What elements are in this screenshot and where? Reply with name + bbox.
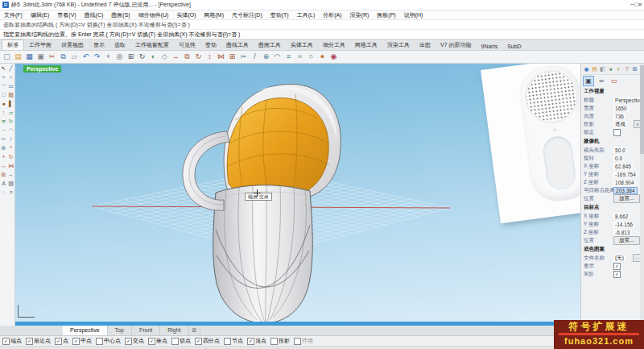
menu-item-9[interactable]: 变动(T) bbox=[266, 11, 293, 19]
move-icon[interactable]: ↔ bbox=[171, 52, 181, 62]
toolbar-tab-new-in-v7[interactable]: V7 的新功能 bbox=[436, 40, 477, 50]
trim-icon[interactable]: ✂ bbox=[238, 52, 249, 62]
osnap-end[interactable]: ✓端点 bbox=[2, 337, 22, 345]
command-prompt-line[interactable]: 指定要抽离结构线的位置。按 Enter 完成 ( 方向(D)=V 切换(T) 全… bbox=[0, 30, 644, 39]
toolbar-tab-visibility[interactable]: 可见性 bbox=[174, 40, 200, 50]
osnap-end-checkbox[interactable]: ✓ bbox=[2, 338, 10, 345]
print-icon[interactable]: ▣ bbox=[35, 52, 46, 62]
join-tool-icon[interactable]: ⊕ bbox=[0, 143, 7, 152]
toolbar-tab-transform[interactable]: 变动 bbox=[200, 40, 221, 50]
environment-tab-icon[interactable]: ⊞ bbox=[631, 65, 638, 73]
offset-icon[interactable]: ≡ bbox=[283, 52, 294, 62]
rectangle-tool-icon[interactable]: ▭ bbox=[7, 81, 14, 90]
toolbar-tab-render-tools[interactable]: 渲染工具 bbox=[382, 40, 415, 50]
sweep-tool-icon[interactable]: ~ bbox=[0, 126, 7, 135]
clipping-plane-icon[interactable]: ▭ bbox=[609, 76, 620, 86]
osnap-disable-checkbox[interactable] bbox=[294, 338, 301, 345]
toolbar-tab-display[interactable]: 显示 bbox=[89, 40, 109, 50]
viewport-width-value[interactable]: 1650 bbox=[613, 106, 628, 111]
scrollbar-thumb[interactable] bbox=[640, 65, 644, 154]
object-properties-tool-icon[interactable]: ≡ bbox=[7, 188, 14, 197]
fillet-icon[interactable]: ◠ bbox=[272, 52, 283, 62]
osnap-center[interactable]: 中心点 bbox=[96, 337, 121, 345]
viewport-title-label[interactable]: Perspective bbox=[23, 65, 61, 73]
trim-tool-icon[interactable]: ✂ bbox=[0, 135, 7, 143]
save-file-icon[interactable]: ▦ bbox=[24, 52, 35, 62]
text-tool-icon[interactable]: A bbox=[0, 179, 7, 188]
lights-tab-icon[interactable]: ◐ bbox=[615, 65, 622, 73]
polyline-tool-icon[interactable]: ╱ bbox=[7, 64, 14, 73]
help-tab-icon[interactable]: ? bbox=[623, 65, 630, 73]
dimension-tool-icon[interactable]: ↔ bbox=[7, 170, 14, 179]
mirror-icon[interactable]: ⋈ bbox=[216, 52, 226, 62]
explode-tool-icon[interactable]: * bbox=[7, 143, 14, 152]
fillet-surface-tool-icon[interactable]: ◠ bbox=[7, 126, 14, 135]
viewport-height-value[interactable]: 736 bbox=[613, 114, 625, 119]
camera-link-icon[interactable]: ∞ bbox=[596, 76, 607, 86]
menu-item-10[interactable]: 工具(L) bbox=[293, 11, 320, 19]
menu-item-7[interactable]: 网格(M) bbox=[200, 11, 229, 19]
render-icon[interactable]: ◉ bbox=[328, 52, 339, 62]
arc-tool-icon[interactable]: ◠ bbox=[0, 81, 7, 90]
lens-length-value[interactable]: 50.0 bbox=[613, 147, 627, 153]
copy-icon[interactable]: ⧉ bbox=[58, 52, 68, 62]
split-icon[interactable]: / bbox=[250, 52, 260, 62]
viewport-tab-right[interactable]: Right bbox=[160, 326, 188, 335]
osnap-vertex[interactable]: ✓顶点 bbox=[247, 337, 266, 345]
toolbar-tab-viewport-layout[interactable]: 工作视窗配置 bbox=[130, 40, 174, 50]
circle-icon[interactable]: ○ bbox=[306, 52, 316, 62]
extrude-tool-icon[interactable]: ↑ bbox=[0, 108, 7, 117]
toolbar-tab-drafting[interactable]: 出图 bbox=[415, 40, 436, 50]
toolbar-tab-subd[interactable]: SubD bbox=[502, 43, 526, 50]
osnap-project[interactable]: 投影 bbox=[270, 337, 290, 345]
join-icon[interactable]: ⊕ bbox=[261, 52, 271, 62]
locked-checkbox[interactable] bbox=[613, 129, 621, 136]
rotate-tool-icon[interactable]: ↻ bbox=[7, 152, 14, 161]
menu-item-13[interactable]: 面板(P) bbox=[373, 11, 399, 19]
camera-place-button[interactable]: 放置... bbox=[613, 194, 639, 203]
toolbar-tab-cplanes[interactable]: 工作平面 bbox=[24, 40, 56, 50]
panel-scrollbar[interactable] bbox=[640, 64, 644, 326]
curve-icon[interactable]: ≈ bbox=[295, 52, 305, 62]
osnap-near-checkbox[interactable]: ✓ bbox=[26, 338, 33, 345]
array-tool-icon[interactable]: ⊞ bbox=[0, 170, 7, 179]
hatch-tool-icon[interactable]: ▨ bbox=[7, 179, 14, 188]
osnap-project-checkbox[interactable] bbox=[270, 338, 278, 345]
materials-tab-icon[interactable]: ● bbox=[607, 65, 614, 73]
osnap-disable[interactable]: 停用 bbox=[294, 337, 313, 345]
move-tool-icon[interactable]: + bbox=[0, 152, 7, 161]
mirror-tool-icon[interactable]: ⋈ bbox=[7, 161, 14, 170]
menu-item-11[interactable]: 分析(A) bbox=[319, 11, 345, 19]
rotate-icon[interactable]: ↻ bbox=[193, 52, 204, 62]
close-button[interactable]: ✕ bbox=[638, 2, 642, 7]
osnap-quadrant[interactable]: ✓四分点 bbox=[195, 337, 220, 345]
menu-item-6[interactable]: 实体(O) bbox=[172, 11, 200, 19]
select-tool-icon[interactable]: ↖ bbox=[0, 64, 7, 73]
revolve-tool-icon[interactable]: ↻ bbox=[7, 117, 14, 126]
rotate-view-icon[interactable]: ↻ bbox=[137, 52, 147, 62]
new-file-icon[interactable]: ▢ bbox=[2, 52, 12, 62]
cylinder-tool-icon[interactable]: ▌ bbox=[7, 99, 14, 108]
wallpaper-file-value[interactable]: (无) bbox=[613, 255, 625, 262]
menu-item-2[interactable]: 查看(V) bbox=[53, 11, 80, 19]
osnap-intersection-checkbox[interactable]: ✓ bbox=[125, 338, 132, 345]
shaded-mode-icon[interactable]: ◐ bbox=[148, 52, 159, 62]
open-file-icon[interactable]: ▤ bbox=[13, 52, 23, 62]
osnap-quadrant-checkbox[interactable]: ✓ bbox=[195, 338, 202, 345]
menu-item-8[interactable]: 尺寸标注(D) bbox=[228, 11, 266, 19]
pan-view-icon[interactable]: + bbox=[103, 52, 114, 62]
undo-icon[interactable]: ↶ bbox=[80, 52, 91, 62]
viewport-tab-front[interactable]: Front bbox=[132, 326, 160, 335]
osnap-center-checkbox[interactable] bbox=[96, 338, 103, 345]
layers-tab-icon[interactable]: ▤ bbox=[591, 65, 598, 73]
camera-z-value[interactable]: 108.904 bbox=[613, 180, 636, 185]
box-tool-icon[interactable]: ▧ bbox=[7, 90, 14, 99]
loft-tool-icon[interactable]: ≋ bbox=[0, 117, 7, 126]
toolbar-tab-select[interactable]: 选取 bbox=[109, 40, 130, 50]
osnap-knot-checkbox[interactable] bbox=[224, 338, 231, 345]
menu-item-1[interactable]: 编辑(E) bbox=[27, 11, 53, 19]
menu-item-14[interactable]: 说明(H) bbox=[400, 11, 427, 19]
osnap-near[interactable]: ✓最近点 bbox=[26, 337, 51, 345]
circle-tool-icon[interactable]: ○ bbox=[7, 73, 14, 81]
toolbar-tab-mesh-tools[interactable]: 网格工具 bbox=[350, 40, 382, 50]
